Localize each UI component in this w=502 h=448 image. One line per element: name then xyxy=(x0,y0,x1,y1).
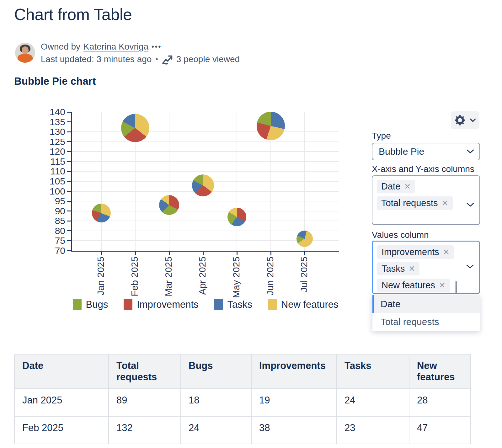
y-tick-label: 115 xyxy=(47,156,65,167)
x-tick-label: Jul 2025 xyxy=(299,257,309,292)
x-axis xyxy=(71,251,339,252)
byline-owner-line: Owned by Katerina Kovriga ••• xyxy=(41,41,260,53)
values-column-label: Values column xyxy=(372,230,429,240)
table-cell[interactable]: 89 xyxy=(109,389,181,416)
chart-settings-button[interactable] xyxy=(451,111,479,129)
byline-meta-line: Last updated: 3 minutes ago • 3 people v… xyxy=(41,53,260,65)
y-axis xyxy=(71,112,72,252)
table-cell[interactable]: Jan 2025 xyxy=(14,389,109,416)
remove-tag-icon[interactable]: ✕ xyxy=(409,265,415,273)
legend-label: Bugs xyxy=(86,299,108,310)
bubble-apr-2025[interactable] xyxy=(192,174,214,196)
table-cell[interactable]: 24 xyxy=(337,389,409,416)
gridline xyxy=(72,231,339,231)
y-tick-label: 125 xyxy=(47,136,65,147)
gridline xyxy=(72,131,339,132)
y-axis-tick xyxy=(67,221,71,221)
gridline xyxy=(72,161,339,162)
bubble-jul-2025[interactable] xyxy=(296,231,313,247)
dropdown-option-total-requests[interactable]: Total requests xyxy=(372,313,480,331)
section-heading: Bubble Pie chart xyxy=(14,75,96,87)
y-tick-label: 80 xyxy=(47,226,65,236)
bubble-pie-chart: 140135130125120115110105100959085807570J… xyxy=(47,107,342,326)
table-cell[interactable]: 19 xyxy=(251,389,337,416)
column-header-bugs: Bugs xyxy=(181,354,251,389)
legend-label: Improvements xyxy=(137,299,198,310)
tag-tasks[interactable]: Tasks✕ xyxy=(377,262,419,275)
gridline xyxy=(304,112,305,251)
bubble-mar-2025[interactable] xyxy=(159,195,179,215)
y-axis-tick xyxy=(67,121,71,122)
tag-row: New features✕ xyxy=(377,279,475,293)
table-cell[interactable]: 23 xyxy=(337,416,409,444)
owner-link[interactable]: Katerina Kovriga xyxy=(83,42,148,52)
tag-label: Tasks xyxy=(382,264,405,274)
remove-tag-icon[interactable]: ✕ xyxy=(442,199,448,207)
legend-swatch-tasks xyxy=(214,299,223,310)
y-tick-label: 130 xyxy=(47,126,65,137)
bubble-feb-2025[interactable] xyxy=(121,114,149,142)
type-select-value: Bubble Pie xyxy=(379,146,424,157)
chevron-down-icon xyxy=(466,264,474,269)
byline-text: Owned by Katerina Kovriga ••• Last updat… xyxy=(41,41,260,65)
type-label: Type xyxy=(372,131,391,141)
y-axis-tick xyxy=(67,230,71,231)
remove-tag-icon[interactable]: ✕ xyxy=(439,281,446,289)
table-row: Jan 20258918192428 xyxy=(14,389,471,416)
table-cell[interactable]: 28 xyxy=(409,389,471,416)
table-cell[interactable]: Feb 2025 xyxy=(14,416,109,444)
y-tick-label: 140 xyxy=(47,107,65,117)
bubble-may-2025[interactable] xyxy=(227,208,246,226)
table-cell[interactable]: 132 xyxy=(109,416,181,444)
values-column-select[interactable]: Improvements✕Tasks✕New features✕ xyxy=(372,241,480,294)
tag-date[interactable]: Date✕ xyxy=(377,180,415,193)
tag-row: Tasks✕ xyxy=(377,262,475,275)
avatar[interactable] xyxy=(15,43,35,63)
tag-new-features[interactable]: New features✕ xyxy=(377,279,450,292)
axis-columns-tags: Date✕Total requests✕ xyxy=(377,180,475,210)
legend-label: New features xyxy=(281,299,339,310)
gridline xyxy=(72,201,339,201)
table-cell[interactable]: 38 xyxy=(251,416,337,444)
y-tick-label: 135 xyxy=(47,117,65,127)
gridline xyxy=(72,151,339,152)
gridline xyxy=(72,211,339,211)
y-tick-label: 100 xyxy=(47,186,65,197)
tag-label: Total requests xyxy=(381,198,438,208)
avatar-face xyxy=(22,46,29,54)
type-select[interactable]: Bubble Pie xyxy=(372,143,480,160)
gridline xyxy=(72,141,339,142)
bubble-jun-2025[interactable] xyxy=(257,112,285,140)
remove-tag-icon[interactable]: ✕ xyxy=(404,183,411,190)
legend-swatch-bugs xyxy=(73,299,82,310)
chart-legend: BugsImprovementsTasksNew features xyxy=(72,299,339,310)
y-tick-label: 85 xyxy=(47,216,65,226)
tag-improvements[interactable]: Improvements✕ xyxy=(377,245,454,259)
tag-row: Improvements✕ xyxy=(377,245,475,259)
table-header-row: DateTotal requestsBugsImprovementsTasksN… xyxy=(14,354,471,389)
table-cell[interactable]: 18 xyxy=(181,389,251,416)
bubble-jan-2025[interactable] xyxy=(92,204,111,223)
dot-separator: • xyxy=(155,55,158,64)
y-tick-label: 120 xyxy=(47,146,65,157)
tag-row: Date✕ xyxy=(377,180,475,193)
axis-columns-select[interactable]: Date✕Total requests✕ xyxy=(372,175,480,225)
table-cell[interactable]: 47 xyxy=(409,416,471,444)
table-cell[interactable]: 24 xyxy=(181,416,251,444)
y-axis-tick xyxy=(67,211,71,211)
people-viewed-text[interactable]: 3 people viewed xyxy=(176,54,240,64)
dropdown-option-date[interactable]: Date xyxy=(372,295,480,313)
y-tick-label: 110 xyxy=(47,166,65,177)
chevron-down-icon xyxy=(466,202,474,207)
tag-total-requests[interactable]: Total requests✕ xyxy=(377,196,453,210)
column-header-improvements: Improvements xyxy=(251,354,337,389)
gridline xyxy=(72,112,339,112)
last-updated-text[interactable]: Last updated: 3 minutes ago xyxy=(41,54,152,64)
remove-tag-icon[interactable]: ✕ xyxy=(443,248,450,256)
more-menu-button[interactable]: ••• xyxy=(152,43,162,51)
x-tick-label: Jun 2025 xyxy=(265,257,275,295)
y-axis-tick xyxy=(67,112,71,113)
x-tick-label: Mar 2025 xyxy=(163,257,174,296)
gear-icon xyxy=(454,114,466,126)
legend-swatch-new-features xyxy=(268,299,277,310)
